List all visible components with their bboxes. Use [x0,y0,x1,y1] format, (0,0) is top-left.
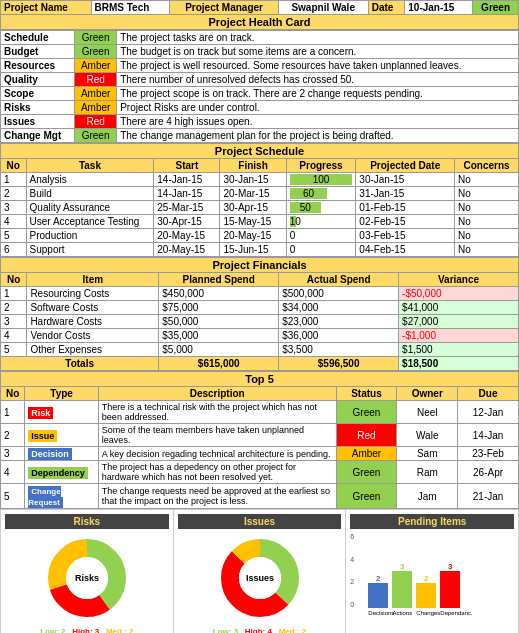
financials-variance: $1,500 [399,343,519,357]
project-name-label: Project Name [1,1,92,15]
schedule-progress: 60 [286,187,356,201]
pending-chart-section: Pending Items 6420 2 3 [346,510,518,633]
health-item-name: Budget [1,45,75,59]
top5-type: Change Request [28,486,63,508]
issues-legend: Low: 3 High: 4 Med.: 2 [178,627,342,633]
risks-chart-title: Risks [5,514,169,529]
health-item-status: Amber [75,101,117,115]
top5-type: Risk [28,407,53,419]
financials-variance: $27,000 [399,315,519,329]
financials-variance: -$1,000 [399,329,519,343]
issues-donut: Issues [215,533,305,623]
schedule-row: 1Analysis14-Jan-1530-Jan-1510030-Jan-15N… [1,173,519,187]
top5-row: 2IssueSome of the team members have take… [1,424,519,447]
financials-row: 5Other Expenses$5,000$3,500$1,500 [1,343,519,357]
health-item-status: Red [75,73,117,87]
top5-type: Decision [28,448,72,460]
financials-col-header: Actual Spend [279,273,399,287]
health-item-status: Green [75,45,117,59]
schedule-col-header: Projected Date [356,159,455,173]
financials-row: 2Software Costs$75,000$34,000$41,000 [1,301,519,315]
financials-row: 4Vendor Costs$35,000$36,000-$1,000 [1,329,519,343]
health-item-name: Change Mgt [1,129,75,143]
top5-type: Dependency [28,467,88,479]
bar-label-decisions: Decisions [368,610,388,616]
health-row: RisksAmberProject Risks are under contro… [1,101,519,115]
top5-col-header: Description [98,387,336,401]
financials-col-header: Planned Spend [159,273,279,287]
health-item-status: Amber [75,87,117,101]
project-manager-label: Project Manager [170,1,278,15]
date-value: 10-Jan-15 [405,1,473,15]
pending-bar-chart: 6420 2 3 2 [350,533,514,616]
svg-text:Risks: Risks [75,573,99,583]
health-row: Change MgtGreenThe change management pla… [1,129,519,143]
project-manager-value: Swapnil Wale [278,1,368,15]
health-row: QualityRedThere number of unresolved def… [1,73,519,87]
health-row: ScopeAmberThe project scope is on track.… [1,87,519,101]
schedule-progress: 10 [286,215,356,229]
bar-label-changes: Changes [416,610,436,616]
schedule-progress: 0 [286,243,356,257]
bar-label-actions: Actions [392,610,412,616]
health-item-comment: The project scope is on track. There are… [117,87,519,101]
financials-col-header: Item [27,273,159,287]
top5-col-header: No [1,387,25,401]
top5-col-header: Owner [397,387,458,401]
schedule-col-header: Task [26,159,154,173]
top5-col-header: Due [458,387,519,401]
financials-variance: $41,000 [399,301,519,315]
financials-row: 3Hardware Costs$50,000$23,000$27,000 [1,315,519,329]
financials-col-header: No [1,273,27,287]
schedule-progress: 0 [286,229,356,243]
financials-section-header: Project Financials [1,258,519,273]
health-item-status: Amber [75,59,117,73]
health-item-name: Scope [1,87,75,101]
bar-label-dependanc: Dependanc. [440,610,460,616]
top5-status: Red [336,424,397,447]
top5-status: Green [336,461,397,484]
top5-row: 4DependencyThe project has a depedency o… [1,461,519,484]
schedule-progress: 100 [286,173,356,187]
project-name-value: BRMS Tech [91,1,170,15]
health-row: BudgetGreenThe budget is on track but so… [1,45,519,59]
schedule-row: 2Build14-Jan-1520-Mar-156031-Jan-15No [1,187,519,201]
health-item-comment: The budget is on track but some items ar… [117,45,519,59]
health-card-table: ScheduleGreenThe project tasks are on tr… [0,30,519,143]
date-label: Date [368,1,405,15]
financials-row: 1Resourcing Costs$450,000$500,000-$50,00… [1,287,519,301]
schedule-row: 4User Acceptance Testing30-Apr-1515-May-… [1,215,519,229]
schedule-row: 5Production20-May-1520-May-15003-Feb-15N… [1,229,519,243]
health-item-comment: The project tasks are on track. [117,31,519,45]
health-item-status: Green [75,129,117,143]
top5-row: 1RiskThere is a technical risk with the … [1,401,519,424]
health-item-name: Schedule [1,31,75,45]
schedule-row: 3Quality Assurance25-Mar-1530-Apr-155001… [1,201,519,215]
health-item-comment: The change management plan for the proje… [117,129,519,143]
top5-row: 5Change RequestThe change requests need … [1,484,519,509]
top5-col-header: Type [25,387,99,401]
top5-row: 3DecisionA key decision regading technic… [1,447,519,461]
risks-donut: Risks [42,533,132,623]
financials-table: Project FinancialsNoItemPlanned SpendAct… [0,257,519,371]
pending-chart-title: Pending Items [350,514,514,529]
schedule-col-header: Start [154,159,220,173]
health-item-comment: The project is well resourced. Some reso… [117,59,519,73]
health-item-name: Quality [1,73,75,87]
issues-chart-section: Issues Issues Low: 3 High: 4 Med.: 2 [174,510,347,633]
charts-section: Risks Risks Low: 2 High: 3 Med.: 2 Issue… [0,509,519,633]
top5-table: Top 5NoTypeDescriptionStatusOwnerDue1Ris… [0,371,519,509]
schedule-row: 6Support20-May-1515-Jun-15004-Feb-15No [1,243,519,257]
health-item-name: Risks [1,101,75,115]
financials-col-header: Variance [399,273,519,287]
schedule-col-header: Concerns [455,159,519,173]
schedule-col-header: Finish [220,159,286,173]
top5-status: Amber [336,447,397,461]
financials-totals: Totals$615,000$596,500$18,500 [1,357,519,371]
top5-status: Green [336,401,397,424]
health-item-comment: There number of unresolved defects has c… [117,73,519,87]
top5-status: Green [336,484,397,509]
schedule-progress: 50 [286,201,356,215]
health-card-title: Project Health Card [1,15,519,30]
health-item-status: Red [75,115,117,129]
